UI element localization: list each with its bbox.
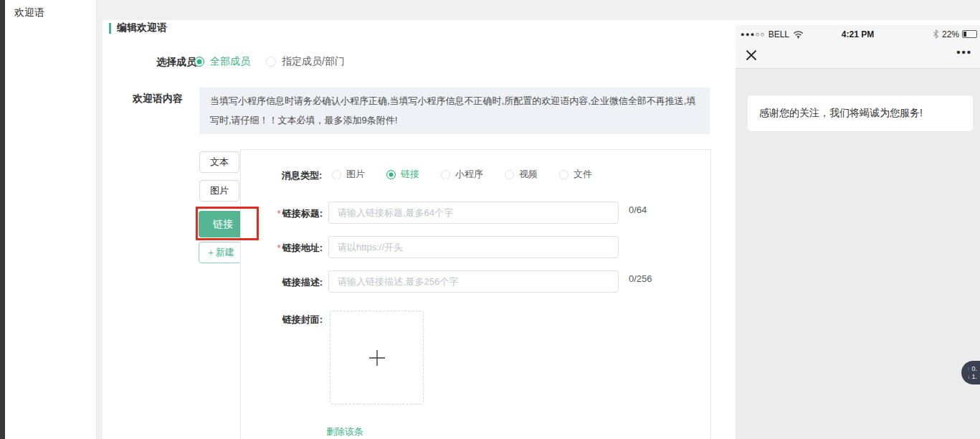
net-speed-widget[interactable]: ↑ 0. ↓ 1. <box>961 361 980 384</box>
member-select-label: 选择成员 <box>156 56 196 69</box>
required-asterisk: * <box>277 242 281 253</box>
delete-entry-link[interactable]: 删除该条 <box>326 425 363 438</box>
radio-selected-icon <box>194 57 204 67</box>
plus-icon <box>367 348 387 368</box>
upload-arrow-icon: ↑ <box>967 365 971 372</box>
radio-label: 链接 <box>401 168 419 181</box>
link-url-label: *链接地址: <box>265 242 323 255</box>
radio-label: 文件 <box>574 168 592 181</box>
download-arrow-icon: ↓ <box>967 373 971 380</box>
link-title-counter: 0/64 <box>629 204 647 215</box>
radio-type-video[interactable]: 视频 <box>505 168 538 181</box>
radio-unselected-icon <box>559 170 569 179</box>
attachment-form-panel <box>240 149 711 439</box>
message-bubble: 感谢您的关注，我们将竭诚为您服务! <box>748 95 973 131</box>
sidebar: 欢迎语 <box>5 0 97 439</box>
radio-unselected-icon <box>266 57 276 67</box>
field-label-text: 链接封面: <box>282 314 323 325</box>
link-url-input[interactable] <box>328 236 619 258</box>
radio-label: 小程序 <box>455 168 483 181</box>
add-attachment-button[interactable]: ＋新建 <box>199 242 242 263</box>
link-cover-label: 链接封面: <box>265 313 323 326</box>
radio-unselected-icon <box>505 170 514 179</box>
cover-upload-box[interactable] <box>330 311 424 405</box>
phone-status-bar: ●●●○○ BELL 4:21 PM 22% <box>736 25 980 43</box>
radio-type-link[interactable]: 链接 <box>386 168 419 181</box>
link-desc-input[interactable] <box>328 270 619 293</box>
link-desc-label: 链接描述: <box>265 276 323 289</box>
welcome-message-settings-page: 欢迎语 编辑欢迎语 选择成员 全部成员 指定成员/部门 欢迎语内容 当填写小程序… <box>0 0 980 439</box>
radio-label: 指定成员/部门 <box>282 55 345 68</box>
radio-unselected-icon <box>332 170 341 179</box>
notice-box: 当填写小程序信息时请务必确认小程序正确,当填写小程序信息不正确时,所配置的欢迎语… <box>199 88 710 134</box>
required-asterisk: * <box>277 208 281 219</box>
link-title-input[interactable] <box>328 202 619 224</box>
link-desc-counter: 0/256 <box>629 273 652 284</box>
tab-image[interactable]: 图片 <box>199 180 239 202</box>
field-label-text: 链接地址: <box>282 242 323 253</box>
phone-header: ●●●○○ BELL 4:21 PM 22% <box>736 25 980 69</box>
message-type-options: 图片 链接 小程序 视频 文件 <box>332 168 592 181</box>
more-menu-icon: ••• <box>956 46 972 58</box>
radio-type-image[interactable]: 图片 <box>332 168 365 181</box>
field-label-text: 链接描述: <box>282 277 323 288</box>
app-side-rail <box>0 0 5 439</box>
message-type-label: 消息类型: <box>282 169 322 182</box>
bluetooth-icon <box>933 29 939 39</box>
battery-icon <box>962 30 977 38</box>
radio-label: 全部成员 <box>210 55 250 68</box>
battery-percent-label: 22% <box>942 29 959 39</box>
section-header: 编辑欢迎语 <box>109 22 167 34</box>
radio-label: 图片 <box>346 168 365 181</box>
welcome-content-label: 欢迎语内容 <box>133 93 183 105</box>
radio-specified-members[interactable]: 指定成员/部门 <box>266 55 345 68</box>
phone-preview: ●●●○○ BELL 4:21 PM 22% <box>736 25 980 439</box>
download-speed-value: 1. <box>972 373 978 380</box>
field-label-text: 链接标题: <box>282 208 323 219</box>
upload-speed-value: 0. <box>972 365 978 372</box>
phone-toolbar: ••• <box>736 43 980 68</box>
link-title-label: *链接标题: <box>265 207 323 220</box>
radio-selected-icon <box>386 170 396 179</box>
radio-all-members[interactable]: 全部成员 <box>194 55 250 68</box>
radio-unselected-icon <box>441 170 450 179</box>
page-title: 编辑欢迎语 <box>117 22 167 34</box>
close-icon <box>745 49 758 62</box>
radio-type-miniprogram[interactable]: 小程序 <box>441 168 483 181</box>
sidebar-item-welcome-message[interactable]: 欢迎语 <box>5 0 96 19</box>
status-bar-right: 22% <box>933 29 977 39</box>
radio-type-file[interactable]: 文件 <box>559 168 592 181</box>
accent-bar <box>109 23 111 34</box>
tab-text[interactable]: 文本 <box>199 151 239 173</box>
radio-label: 视频 <box>519 168 538 181</box>
